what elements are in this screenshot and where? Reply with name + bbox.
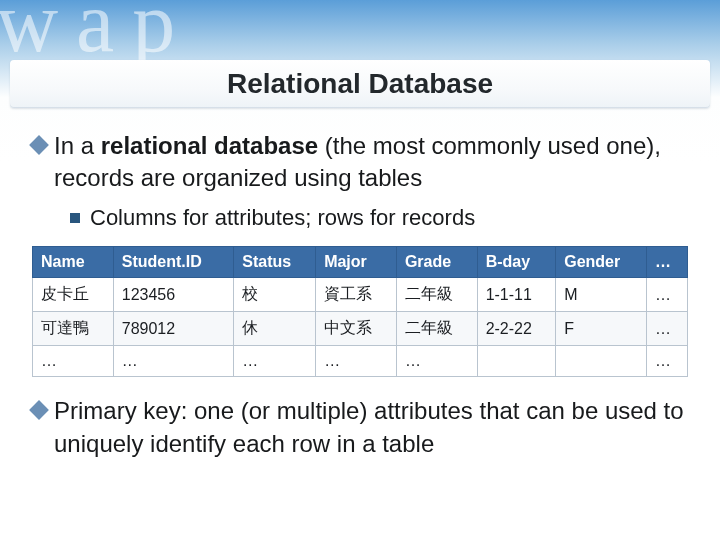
cell: 二年級	[396, 312, 477, 346]
title-banner: Relational Database	[10, 60, 710, 108]
cell	[477, 346, 556, 377]
slide-content: In a relational database (the most commo…	[32, 130, 688, 468]
bullet-2: Primary key: one (or multiple) attribute…	[32, 395, 688, 460]
relational-table: Name Student.ID Status Major Grade B-day…	[32, 246, 688, 377]
bullet-1: In a relational database (the most commo…	[32, 130, 688, 195]
cell: 資工系	[316, 278, 397, 312]
cell: 789012	[113, 312, 234, 346]
th-studentid: Student.ID	[113, 247, 234, 278]
th-status: Status	[234, 247, 316, 278]
bullet-1-pre: In a	[54, 132, 101, 159]
th-name: Name	[33, 247, 114, 278]
table-row: 皮卡丘 123456 校 資工系 二年級 1-1-11 M …	[33, 278, 688, 312]
square-icon	[70, 213, 80, 223]
cell: …	[234, 346, 316, 377]
cell: 123456	[113, 278, 234, 312]
th-bday: B-day	[477, 247, 556, 278]
th-gender: Gender	[556, 247, 647, 278]
th-more: …	[646, 247, 687, 278]
diamond-icon	[29, 135, 49, 155]
cell: …	[646, 312, 687, 346]
cell	[556, 346, 647, 377]
table-row: … … … … … …	[33, 346, 688, 377]
cell: M	[556, 278, 647, 312]
cell: 皮卡丘	[33, 278, 114, 312]
cell: …	[646, 346, 687, 377]
cell: 2-2-22	[477, 312, 556, 346]
th-major: Major	[316, 247, 397, 278]
cell: …	[396, 346, 477, 377]
cell: …	[316, 346, 397, 377]
bullet-1-sub-text: Columns for attributes; rows for records	[90, 203, 475, 233]
cell: 1-1-11	[477, 278, 556, 312]
cell: 休	[234, 312, 316, 346]
cell: 可達鴨	[33, 312, 114, 346]
cell: F	[556, 312, 647, 346]
table-body: 皮卡丘 123456 校 資工系 二年級 1-1-11 M … 可達鴨 7890…	[33, 278, 688, 377]
bullet-2-text: Primary key: one (or multiple) attribute…	[54, 395, 688, 460]
bullet-1-bold: relational database	[101, 132, 318, 159]
bullet-1-sub: Columns for attributes; rows for records	[70, 203, 688, 233]
cell: 二年級	[396, 278, 477, 312]
diamond-icon	[29, 401, 49, 421]
cell: …	[646, 278, 687, 312]
table-row: 可達鴨 789012 休 中文系 二年級 2-2-22 F …	[33, 312, 688, 346]
th-grade: Grade	[396, 247, 477, 278]
table-header: Name Student.ID Status Major Grade B-day…	[33, 247, 688, 278]
slide-title: Relational Database	[227, 68, 493, 100]
cell: …	[113, 346, 234, 377]
cell: 校	[234, 278, 316, 312]
cell: 中文系	[316, 312, 397, 346]
bullet-1-text: In a relational database (the most commo…	[54, 130, 688, 195]
cell: …	[33, 346, 114, 377]
